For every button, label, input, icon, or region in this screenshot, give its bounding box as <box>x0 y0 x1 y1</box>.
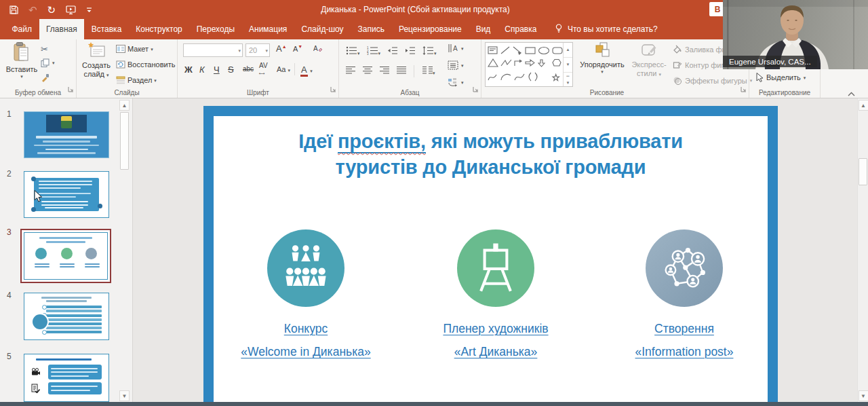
font-color-button[interactable]: A ▾ <box>300 65 313 74</box>
align-left-button[interactable] <box>346 65 356 77</box>
reset-button[interactable]: Восстановить <box>116 60 175 69</box>
slide-link[interactable]: Пленер художників <box>443 322 548 335</box>
bullets-button[interactable]: ▾ <box>346 45 360 58</box>
tab-home[interactable]: Главная <box>39 19 85 39</box>
webcam-overlay[interactable]: Eugene Ursalov, CAS... <box>723 0 868 69</box>
slide-link[interactable]: Створення <box>654 322 714 335</box>
bottom-band <box>0 402 868 406</box>
tab-review[interactable]: Рецензирование <box>391 19 469 39</box>
webcam-name-label: Eugene Ursalov, CAS... <box>723 56 817 67</box>
tab-slideshow[interactable]: Слайд-шоу <box>294 19 351 39</box>
slide-canvas[interactable]: Ідеї проєктів, які можуть приваблювати т… <box>203 106 778 406</box>
group-paragraph: ▾ 123▾ ▾ ▾ A▾ ▾ ▾ Абзац <box>339 39 481 98</box>
align-text-button[interactable]: ▾ <box>448 60 464 70</box>
font-name-combo[interactable]: ▾ <box>183 43 243 57</box>
slide-thumbnail-5[interactable] <box>24 354 109 402</box>
font-size-combo[interactable]: 20▾ <box>245 43 270 57</box>
drawing-dialog-launcher[interactable] <box>741 83 747 95</box>
tab-file[interactable]: Файл <box>5 19 39 39</box>
collapse-ribbon-icon[interactable] <box>848 87 855 99</box>
strikethrough-button[interactable]: S <box>228 65 243 74</box>
clipboard-dialog-launcher[interactable] <box>68 83 74 95</box>
quick-styles-icon <box>640 42 658 58</box>
grow-font-button[interactable]: A▲ <box>276 44 287 53</box>
shape-effects-icon <box>673 76 682 85</box>
decrease-indent-button[interactable] <box>387 45 398 58</box>
tab-view[interactable]: Вид <box>469 19 498 39</box>
shapes-gallery-scroll[interactable]: ▲ ▼ ═▼ <box>563 43 572 86</box>
shapes-gallery[interactable]: ▲ ▼ ═▼ <box>485 42 573 87</box>
font-dialog-launcher[interactable] <box>330 83 336 95</box>
shrink-font-button[interactable]: A▼ <box>293 44 302 53</box>
powerpoint-window: ↶ ↻ Диканька - PowerPoint (Сбой активаци… <box>0 0 868 406</box>
cut-button[interactable]: ✂ <box>41 44 48 54</box>
shape-fill-icon <box>673 45 682 54</box>
tab-transitions[interactable]: Переходы <box>189 19 241 39</box>
tab-design[interactable]: Конструктор <box>129 19 189 39</box>
underline-button[interactable]: Ч <box>214 65 228 74</box>
copy-icon <box>41 58 50 67</box>
character-spacing-button[interactable]: AV⟷ <box>259 62 277 76</box>
clear-formatting-icon: A <box>313 44 323 53</box>
mouse-cursor <box>34 190 43 205</box>
paste-dropdown[interactable]: ▾ <box>5 74 38 79</box>
editor-scrollbar[interactable]: ▲ ▼ <box>857 98 868 402</box>
slide-link[interactable]: «Welcome in Диканька» <box>241 345 370 358</box>
slide-title[interactable]: Ідеї проєктів, які можуть приваблювати т… <box>214 128 768 180</box>
layout-icon <box>116 45 125 53</box>
group-clipboard: Вставить ▾ ✂ ▾ Буфер обмена <box>0 39 77 98</box>
window-title: Диканька - PowerPoint (Сбой активации пр… <box>0 0 831 19</box>
new-slide-icon <box>87 42 105 58</box>
align-right-button[interactable] <box>380 65 390 77</box>
paragraph-dialog-launcher[interactable] <box>473 83 479 95</box>
numbering-button[interactable]: 123▾ <box>367 45 381 58</box>
copy-button[interactable]: ▾ <box>41 58 55 67</box>
people-group-icon <box>267 229 344 307</box>
tab-insert[interactable]: Вставка <box>84 19 129 39</box>
svg-text:3: 3 <box>367 52 369 55</box>
easel-icon <box>457 229 534 307</box>
slide-link[interactable]: Конкурс <box>284 322 328 335</box>
layout-button[interactable]: Макет▾ <box>116 45 153 53</box>
lightbulb-icon <box>555 24 563 35</box>
slide-number-5: 5 <box>7 352 12 361</box>
italic-button[interactable]: К <box>199 65 214 74</box>
slide-item-info-post[interactable]: Створення «Information post» <box>589 229 779 359</box>
clear-formatting-button[interactable]: A <box>313 44 323 53</box>
bold-button[interactable]: Ж <box>184 65 199 74</box>
camera-icon <box>31 367 41 379</box>
slide-thumbnail-3[interactable] <box>20 229 111 283</box>
section-button[interactable]: Раздел▾ <box>116 76 157 84</box>
quick-styles-button[interactable]: Экспресс-стили ▾ <box>629 42 669 78</box>
tab-help[interactable]: Справка <box>498 19 544 39</box>
tab-animations[interactable]: Анимация <box>242 19 294 39</box>
select-button[interactable]: Выделить▾ <box>756 73 806 82</box>
slide-thumbnail-4[interactable] <box>24 293 109 340</box>
group-slides: Создатьслайд ▾ Макет▾ Восстановить Разде… <box>77 39 178 98</box>
slide-thumbnail-1[interactable] <box>24 111 109 158</box>
tell-me-search[interactable]: Что вы хотите сделать? <box>555 19 658 39</box>
increase-indent-button[interactable] <box>405 45 416 58</box>
slide-number-4: 4 <box>7 291 12 300</box>
line-spacing-button[interactable]: ▾ <box>422 45 437 58</box>
align-center-button[interactable] <box>363 65 373 77</box>
tab-record[interactable]: Запись <box>351 19 391 39</box>
slide-item-contest[interactable]: Конкурс «Welcome in Диканька» <box>211 229 401 359</box>
slide-item-plein-air[interactable]: Пленер художників «Art Диканька» <box>401 229 591 359</box>
justify-button[interactable] <box>397 65 407 77</box>
font-style-row: Ж К Ч S abc AV⟷ Aa ▾ A ▾ <box>184 62 313 76</box>
new-slide-button[interactable]: Создатьслайд ▾ <box>79 42 113 79</box>
slide-link[interactable]: «Information post» <box>635 345 734 358</box>
arrange-button[interactable]: Упорядочить ▾ <box>576 42 628 74</box>
text-direction-button[interactable]: A▾ <box>448 43 464 53</box>
strikethrough-abc-button[interactable]: abc <box>243 66 259 73</box>
change-case-button[interactable]: Aa ▾ <box>277 66 294 73</box>
thumbnail-scrollbar[interactable]: ▲ ▼ <box>119 98 130 402</box>
columns-button[interactable]: ▾ <box>422 65 435 77</box>
format-painter-icon <box>41 73 50 82</box>
paste-button[interactable]: Вставить ▾ <box>5 42 38 79</box>
format-painter-button[interactable] <box>41 73 50 82</box>
convert-smartart-button[interactable]: ▾ <box>448 77 464 87</box>
slide-link[interactable]: «Art Диканька» <box>454 345 538 358</box>
svg-text:A: A <box>313 45 318 52</box>
